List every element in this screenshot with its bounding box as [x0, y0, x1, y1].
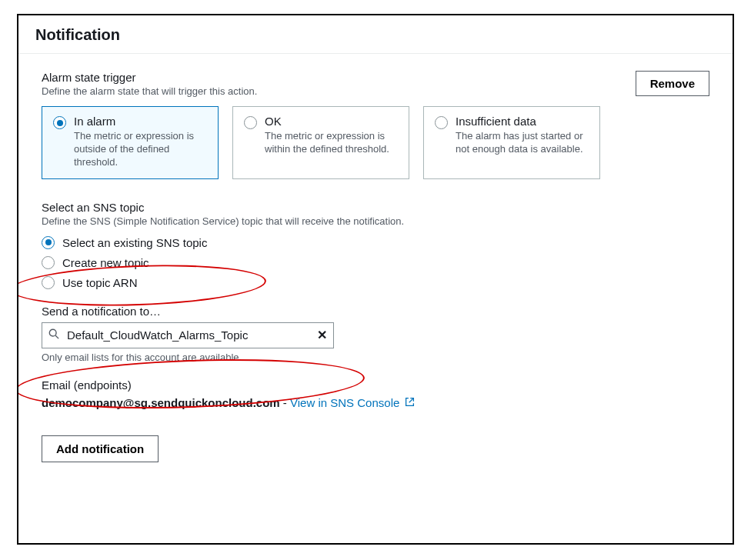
trigger-option-desc: The metric or expression is outside of t…	[74, 130, 207, 169]
sns-option-existing[interactable]: Select an existing SNS topic	[42, 236, 709, 249]
endpoint-dash: -	[280, 396, 290, 409]
radio-icon	[42, 236, 55, 249]
endpoint-email: democompany@sg.sendquickoncloud.com	[42, 396, 280, 409]
trigger-option-desc: The metric or expression is within the d…	[265, 130, 398, 156]
send-hint: Only email lists for this account are av…	[42, 352, 709, 363]
topic-search-input[interactable]: ✕	[42, 322, 334, 348]
radio-icon	[42, 276, 55, 289]
trigger-section-desc: Define the alarm state that will trigger…	[42, 85, 709, 97]
topic-search-field[interactable]	[65, 328, 317, 342]
sns-option-label: Create new topic	[62, 256, 149, 269]
sns-option-create[interactable]: Create new topic	[42, 256, 709, 269]
panel-header: Notification	[18, 15, 733, 54]
svg-point-0	[49, 329, 56, 336]
panel-title: Notification	[35, 26, 716, 44]
radio-icon	[42, 256, 55, 269]
send-section-title: Send a notification to…	[42, 305, 709, 318]
sns-option-arn[interactable]: Use topic ARN	[42, 276, 709, 289]
radio-icon	[53, 116, 66, 129]
trigger-options: In alarm The metric or expression is out…	[42, 106, 709, 179]
radio-icon	[244, 116, 257, 129]
notification-panel: Notification Remove Alarm state trigger …	[17, 14, 734, 545]
trigger-option-label: Insufficient data	[456, 115, 589, 128]
sns-option-label: Use topic ARN	[62, 276, 138, 289]
view-in-sns-link[interactable]: View in SNS Console	[290, 396, 399, 409]
trigger-option-label: In alarm	[74, 115, 207, 128]
endpoints-section-title: Email (endpoints)	[42, 378, 709, 392]
trigger-option-ok[interactable]: OK The metric or expression is within th…	[232, 106, 409, 179]
add-notification-button[interactable]: Add notification	[42, 435, 159, 462]
trigger-section-title: Alarm state trigger	[42, 71, 709, 84]
remove-button[interactable]: Remove	[636, 71, 709, 96]
sns-option-label: Select an existing SNS topic	[62, 236, 207, 249]
trigger-option-in-alarm[interactable]: In alarm The metric or expression is out…	[42, 106, 219, 179]
trigger-option-label: OK	[265, 115, 398, 128]
sns-radio-group: Select an existing SNS topic Create new …	[42, 236, 709, 289]
trigger-option-desc: The alarm has just started or not enough…	[456, 130, 589, 156]
radio-icon	[435, 116, 448, 129]
trigger-option-insufficient[interactable]: Insufficient data The alarm has just sta…	[423, 106, 600, 179]
svg-line-1	[55, 335, 58, 338]
external-link-icon	[402, 397, 415, 409]
clear-icon[interactable]: ✕	[317, 328, 327, 342]
sns-section-desc: Define the SNS (Simple Notification Serv…	[42, 215, 709, 227]
sns-section-title: Select an SNS topic	[42, 201, 709, 214]
search-icon	[48, 328, 61, 342]
endpoint-row: democompany@sg.sendquickoncloud.com - Vi…	[42, 396, 709, 409]
